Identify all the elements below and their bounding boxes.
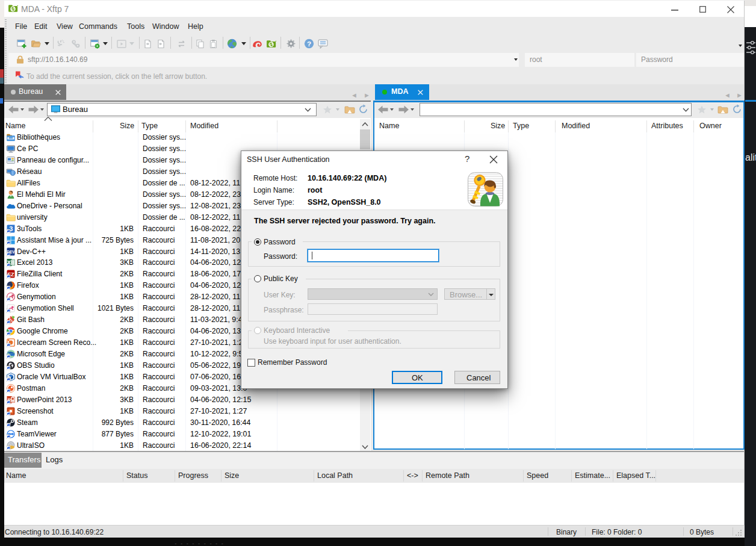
svg-text:?: ? — [307, 40, 311, 48]
